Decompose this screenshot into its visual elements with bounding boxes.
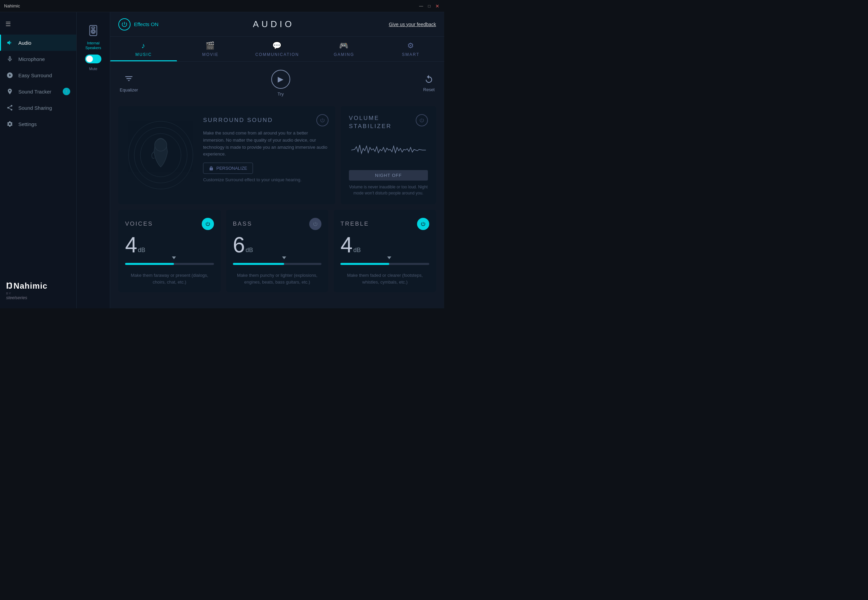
voices-slider-track [125,263,214,265]
speakers-icon [86,23,101,38]
treble-description: Make them faded or clearer (footsteps, w… [341,272,429,285]
sound-tracker-icon [6,88,14,95]
maximize-button[interactable]: □ [427,3,432,9]
surround-content: SURROUND SOUND Make the sound come from … [203,106,335,204]
treble-power-button[interactable] [417,218,429,230]
surround-description: Make the sound come from all around you … [203,130,328,158]
top-bar: Effects ON AUDIO Give us your feedback [110,12,444,36]
bass-db-unit: dB [245,247,253,253]
voices-card: VOICES 4 dB [119,210,221,292]
tab-smart[interactable]: ⚙ SMART [377,36,444,61]
top-controls-row: Equalizer ▶ Try Reset [119,70,436,101]
tab-communication[interactable]: 💬 COMMUNICATION [244,36,310,61]
voices-slider-thumb [172,256,176,259]
tab-movie[interactable]: 🎬 MOVIE [177,36,244,61]
bass-slider-thumb [282,256,286,259]
equalizer-icon [124,74,134,85]
audio-icon [6,39,14,46]
sidebar-item-easy-surround-label: Easy Surround [18,73,52,78]
logo-by: BY [6,292,12,295]
easy-surround-icon [6,71,14,79]
top-cards-row: SURROUND SOUND Make the sound come from … [119,106,436,204]
night-mode-button[interactable]: NIGHT OFF [349,170,428,180]
content-area: Equalizer ▶ Try Reset [110,62,444,308]
svg-point-2 [92,30,94,33]
voices-description: Make them faraway or present (dialogs, c… [125,272,214,285]
surround-header: SURROUND SOUND [203,114,328,126]
effects-on-button[interactable]: Effects ON [119,18,158,30]
surround-power-button[interactable] [316,114,328,126]
gaming-icon: 🎮 [339,41,349,50]
sidebar-item-microphone[interactable]: Microphone [0,51,76,67]
voices-slider[interactable] [125,260,214,268]
try-button[interactable]: ▶ Try [271,70,290,97]
device-internal-speakers[interactable]: Internal Speakers Mute [78,19,108,75]
main-content: Effects ON AUDIO Give us your feedback ♪… [110,12,444,308]
minimize-button[interactable]: — [418,3,424,9]
mute-toggle[interactable] [85,55,101,64]
sidebar-nav: Audio Microphone Easy Surround Sound Tra… [0,35,76,274]
microphone-icon [6,55,14,63]
treble-title: TREBLE [341,221,369,227]
tab-music[interactable]: ♪ MUSIC [110,36,177,61]
equalizer-button[interactable]: Equalizer [120,74,138,92]
surround-sound-card: SURROUND SOUND Make the sound come from … [119,106,335,204]
sidebar-item-settings[interactable]: Settings [0,116,76,132]
bass-slider-fill [233,263,284,265]
volume-power-button[interactable] [416,114,428,126]
music-icon: ♪ [141,41,146,50]
effects-power-icon [119,18,131,30]
sidebar: ☰ Audio Microphone Easy Surround [0,12,76,308]
svg-point-7 [155,139,167,151]
app-title: Nahimic [4,3,20,9]
bass-slider[interactable] [233,260,322,268]
tab-communication-label: COMMUNICATION [255,52,299,57]
volume-description: Volume is never inaudible or too loud. N… [349,184,428,196]
feedback-link[interactable]: Give us your feedback [389,22,436,27]
tab-movie-label: MOVIE [202,52,219,57]
bottom-cards-row: VOICES 4 dB [119,210,436,292]
treble-slider-fill [341,263,389,265]
sidebar-item-sound-tracker-label: Sound Tracker [18,89,52,94]
sidebar-item-settings-label: Settings [18,121,36,127]
svg-rect-3 [92,27,95,29]
mute-label: Mute [89,67,97,71]
sidebar-item-easy-surround[interactable]: Easy Surround [0,67,76,83]
reset-button[interactable]: Reset [423,74,435,92]
voices-power-button[interactable] [202,218,214,230]
treble-db-value: 4 [341,234,353,256]
communication-icon: 💬 [272,41,282,50]
sidebar-item-audio-label: Audio [18,40,31,46]
voices-header: VOICES [125,218,214,230]
hamburger-menu-button[interactable]: ☰ [0,18,76,30]
page-title: AUDIO [164,19,383,29]
settings-icon [6,120,14,128]
titlebar: Nahimic — □ ✕ [0,0,444,12]
reset-icon [424,74,434,85]
surround-subtitle: Customize Surround effect to your unique… [203,177,328,182]
bass-slider-track [233,263,322,265]
titlebar-left: Nahimic [4,3,20,9]
personalize-button[interactable]: PERSONALIZE [203,163,253,174]
bass-description: Make them punchy or lighter (explosions,… [233,272,322,285]
treble-card: TREBLE 4 dB [334,210,436,292]
tab-smart-label: SMART [402,52,420,57]
voices-db-value: 4 [125,234,137,256]
volume-title: VOLUMESTABILIZER [349,114,392,130]
tab-gaming[interactable]: 🎮 GAMING [310,36,377,61]
sidebar-item-sound-tracker[interactable]: Sound Tracker ! [0,83,76,100]
surround-title: SURROUND SOUND [203,117,273,124]
sidebar-item-sound-sharing[interactable]: Sound Sharing [0,100,76,116]
movie-icon: 🎬 [205,41,215,50]
mute-toggle-knob [86,56,93,62]
treble-slider[interactable] [341,260,429,268]
sidebar-item-audio[interactable]: Audio [0,35,76,51]
try-circle-icon: ▶ [271,70,290,89]
bass-power-button[interactable] [309,218,321,230]
reset-label: Reset [423,87,435,92]
surround-graphic [119,106,203,204]
treble-db-display: 4 dB [341,234,429,256]
close-button[interactable]: ✕ [435,3,440,9]
effects-label: Effects ON [134,21,158,27]
sidebar-item-microphone-label: Microphone [18,56,45,62]
